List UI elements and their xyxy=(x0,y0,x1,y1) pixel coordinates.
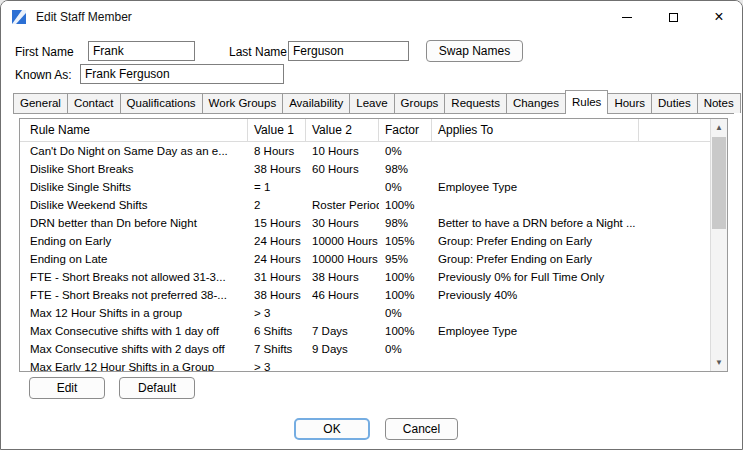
table-row[interactable]: Dislike Short Breaks38 Hours60 Hours98% xyxy=(20,160,710,178)
cancel-button[interactable]: Cancel xyxy=(385,418,458,440)
tab-hours[interactable]: Hours xyxy=(607,93,652,113)
table-row[interactable]: FTE - Short Breaks not preferred 38-...3… xyxy=(20,286,710,304)
tab-leave[interactable]: Leave xyxy=(349,93,394,113)
table-cell: 31 Hours xyxy=(248,268,306,286)
scrollbar-thumb[interactable] xyxy=(712,137,726,229)
minimize-button[interactable] xyxy=(604,1,650,33)
table-cell: 105% xyxy=(379,232,432,250)
table-cell xyxy=(639,304,710,322)
table-body: Can't Do Night on Same Day as an e...8 H… xyxy=(20,142,710,371)
column-header-applies-to[interactable]: Applies To xyxy=(432,119,639,141)
table-cell: 100% xyxy=(379,268,432,286)
table-cell: 30 Hours xyxy=(306,214,379,232)
table-cell xyxy=(379,358,432,371)
table-cell: 0% xyxy=(379,340,432,358)
table-row[interactable]: Can't Do Night on Same Day as an e...8 H… xyxy=(20,142,710,160)
table-row[interactable]: FTE - Short Breaks not allowed 31-3...31… xyxy=(20,268,710,286)
column-header-blank xyxy=(639,119,710,141)
maximize-button[interactable] xyxy=(650,1,696,33)
table-cell: 46 Hours xyxy=(306,286,379,304)
table-row[interactable]: Max Consecutive shifts with 1 day off6 S… xyxy=(20,322,710,340)
tab-qualifications[interactable]: Qualifications xyxy=(120,93,203,113)
table-cell xyxy=(432,340,639,358)
table-cell xyxy=(639,196,710,214)
table-cell: Ending on Late xyxy=(20,250,248,268)
known-as-input[interactable] xyxy=(80,64,284,84)
tab-availability[interactable]: Availability xyxy=(282,93,350,113)
table-row[interactable]: Max 12 Hour Shifts in a group> 30% xyxy=(20,304,710,322)
table-cell: 38 Hours xyxy=(248,286,306,304)
vertical-scrollbar[interactable]: ▲ ▼ xyxy=(710,119,727,371)
table-cell xyxy=(639,160,710,178)
tab-general[interactable]: General xyxy=(13,93,68,113)
table-row[interactable]: Dislike Weekend Shifts2Roster Period100% xyxy=(20,196,710,214)
tab-work-groups[interactable]: Work Groups xyxy=(202,93,284,113)
table-cell: > 3 xyxy=(248,304,306,322)
scroll-up-icon[interactable]: ▲ xyxy=(711,119,727,136)
tab-requests[interactable]: Requests xyxy=(444,93,507,113)
table-cell: 6 Shifts xyxy=(248,322,306,340)
last-name-label: Last Name xyxy=(229,45,287,59)
table-cell: Dislike Single Shifts xyxy=(20,178,248,196)
table-cell: Employee Type xyxy=(432,322,639,340)
tab-notes[interactable]: Notes xyxy=(697,93,741,113)
column-header-value-1[interactable]: Value 1 xyxy=(248,119,306,141)
table-cell: FTE - Short Breaks not allowed 31-3... xyxy=(20,268,248,286)
table-cell: Ending on Early xyxy=(20,232,248,250)
minimize-icon xyxy=(622,17,632,18)
table-row[interactable]: Ending on Early24 Hours10000 Hours105%Gr… xyxy=(20,232,710,250)
column-header-value-2[interactable]: Value 2 xyxy=(306,119,379,141)
table-cell: 10000 Hours xyxy=(306,250,379,268)
table-cell: 15 Hours xyxy=(248,214,306,232)
table-cell xyxy=(639,214,710,232)
table-cell: Group: Prefer Ending on Early xyxy=(432,250,639,268)
table-cell: 60 Hours xyxy=(306,160,379,178)
table-cell: Max 12 Hour Shifts in a group xyxy=(20,304,248,322)
table-cell: 24 Hours xyxy=(248,250,306,268)
last-name-input[interactable] xyxy=(288,41,409,61)
table-cell: = 1 xyxy=(248,178,306,196)
table-cell xyxy=(306,358,379,371)
table-row[interactable]: Ending on Late24 Hours10000 Hours95%Grou… xyxy=(20,250,710,268)
table-cell: Better to have a DRN before a Night ... xyxy=(432,214,639,232)
table-cell: 10000 Hours xyxy=(306,232,379,250)
column-header-rule-name[interactable]: Rule Name xyxy=(20,119,248,141)
tab-duties[interactable]: Duties xyxy=(651,93,698,113)
table-cell: Max Early 12 Hour Shifts in a Group xyxy=(20,358,248,371)
table-row[interactable]: Max Early 12 Hour Shifts in a Group> 3 xyxy=(20,358,710,371)
table-cell xyxy=(432,160,639,178)
table-row[interactable]: Max Consecutive shifts with 2 days off7 … xyxy=(20,340,710,358)
table-cell: 98% xyxy=(379,160,432,178)
caption-buttons: × xyxy=(604,1,742,33)
table-cell: Previously 40% xyxy=(432,286,639,304)
first-name-input[interactable] xyxy=(88,41,195,61)
tab-groups[interactable]: Groups xyxy=(394,93,446,113)
close-button[interactable]: × xyxy=(696,1,742,33)
ok-button[interactable]: OK xyxy=(294,418,370,440)
tab-strip: GeneralContactQualificationsWork GroupsA… xyxy=(13,90,734,114)
edit-button[interactable]: Edit xyxy=(29,377,105,399)
table-cell: DRN better than Dn before Night xyxy=(20,214,248,232)
table-cell: 2 xyxy=(248,196,306,214)
table-cell: > 3 xyxy=(248,358,306,371)
table-cell: 9 Days xyxy=(306,340,379,358)
table-row[interactable]: Dislike Single Shifts= 10%Employee Type xyxy=(20,178,710,196)
table-row[interactable]: DRN better than Dn before Night15 Hours3… xyxy=(20,214,710,232)
tab-rules[interactable]: Rules xyxy=(565,90,608,114)
swap-names-button[interactable]: Swap Names xyxy=(426,40,523,62)
table-cell: Can't Do Night on Same Day as an e... xyxy=(20,142,248,160)
table-cell: 98% xyxy=(379,214,432,232)
table-cell xyxy=(639,286,710,304)
app-icon xyxy=(11,9,27,25)
table-cell: 7 Shifts xyxy=(248,340,306,358)
titlebar[interactable]: Edit Staff Member × xyxy=(1,1,742,33)
table-cell: FTE - Short Breaks not preferred 38-... xyxy=(20,286,248,304)
tab-contact[interactable]: Contact xyxy=(67,93,121,113)
table-cell: Employee Type xyxy=(432,178,639,196)
tab-changes[interactable]: Changes xyxy=(506,93,566,113)
table-cell xyxy=(639,322,710,340)
table-cell: 100% xyxy=(379,322,432,340)
column-header-factor[interactable]: Factor xyxy=(379,119,432,141)
scroll-down-icon[interactable]: ▼ xyxy=(711,354,727,371)
default-button[interactable]: Default xyxy=(119,377,195,399)
